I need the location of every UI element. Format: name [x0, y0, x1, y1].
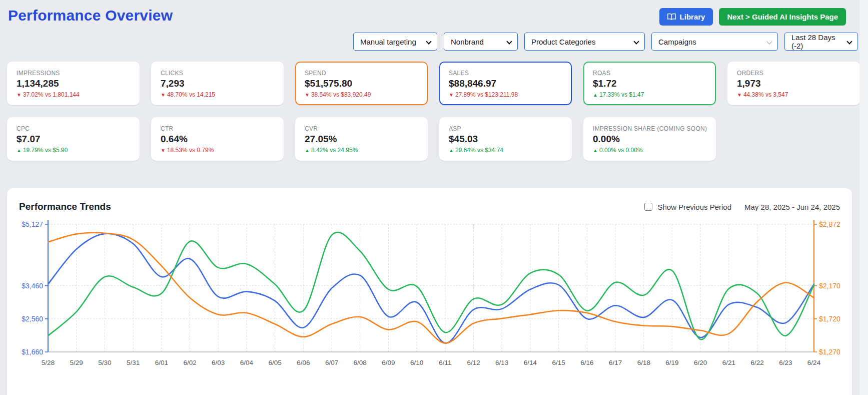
kpi-change-text: 17.33% vs $1.47	[599, 91, 644, 98]
filter-select-last-28-days-2-[interactable]: Last 28 Days (-2)	[784, 33, 858, 51]
show-previous-period-checkbox[interactable]	[644, 203, 652, 211]
library-button[interactable]: Library	[659, 8, 713, 26]
orange-series-line	[48, 233, 814, 343]
kpi-value: 1,973	[737, 78, 850, 89]
filter-bar: Manual targetingNonbrandProduct Categori…	[0, 33, 868, 51]
kpi-label: CVR	[305, 125, 418, 132]
filter-selected-value: Manual targeting	[360, 38, 416, 46]
filter-select-campaigns[interactable]: Campaigns	[651, 33, 778, 51]
x-axis-label: 6/08	[354, 359, 367, 366]
kpi-change-up: ▲0.00% vs 0.00%	[593, 147, 706, 154]
filter-select-nonbrand[interactable]: Nonbrand	[444, 33, 518, 51]
triangle-down-icon: ▼	[161, 148, 166, 153]
right-axis-tick-label: $1,270	[819, 348, 840, 356]
chevron-down-icon	[633, 39, 639, 44]
chevron-down-icon	[846, 39, 852, 44]
filter-selected-value: Nonbrand	[451, 38, 484, 46]
page-title: Performance Overview	[8, 7, 173, 24]
x-axis-label: 6/17	[609, 359, 622, 366]
blue-series-line	[48, 234, 814, 343]
triangle-down-icon: ▼	[17, 92, 22, 98]
kpi-value: 0.00%	[593, 134, 706, 145]
performance-trends-card: Performance Trends Show Previous Period …	[7, 188, 852, 395]
x-axis-label: 6/18	[637, 359, 650, 366]
x-axis-label: 6/11	[439, 359, 451, 366]
kpi-row-2: CPC$7.07▲19.79% vs $5.90CTR0.64%▼18.53% …	[0, 117, 868, 161]
kpi-value: 1,134,285	[17, 78, 130, 89]
x-axis-label: 5/28	[42, 359, 55, 366]
kpi-value: $45.03	[449, 134, 562, 145]
kpi-value: $88,846.97	[449, 78, 562, 89]
kpi-row-1: IMPRESSIONS1,134,285▼37.02% vs 1,801,144…	[0, 62, 868, 105]
kpi-change-text: 29.64% vs $34.74	[455, 147, 503, 154]
show-previous-period-label: Show Previous Period	[657, 203, 731, 211]
kpi-value: 27.05%	[305, 134, 418, 145]
kpi-value: 7,293	[161, 78, 274, 89]
kpi-card-cpc[interactable]: CPC$7.07▲19.79% vs $5.90	[7, 117, 140, 161]
kpi-card-roas[interactable]: ROAS$1.72▲17.33% vs $1.47	[583, 62, 716, 105]
x-axis-label: 5/31	[127, 359, 140, 366]
x-axis-label: 6/05	[268, 359, 281, 366]
left-axis-tick-label: $3,460	[22, 282, 43, 290]
kpi-label: ROAS	[593, 70, 706, 77]
kpi-change-down: ▼48.70% vs 14,215	[161, 91, 274, 98]
kpi-change-text: 27.89% vs $123,211.98	[455, 91, 518, 98]
x-axis-label: 6/21	[722, 359, 735, 366]
left-axis-tick-label: $5,127	[22, 220, 43, 228]
kpi-card-orders[interactable]: ORDERS1,973▼44.38% vs 3,547	[727, 62, 860, 105]
kpi-card-spend[interactable]: SPEND$51,575.80▼38.54% vs $83,920.49	[295, 62, 428, 105]
kpi-change-text: 38.54% vs $83,920.49	[311, 91, 371, 98]
x-axis-label: 6/15	[552, 359, 565, 366]
kpi-label: IMPRESSIONS	[17, 70, 130, 77]
kpi-value: $1.72	[593, 78, 706, 89]
kpi-card-clicks[interactable]: CLICKS7,293▼48.70% vs 14,215	[151, 62, 284, 105]
next-guided-ai-insights-button[interactable]: Next > Guided AI Insights Page	[719, 8, 846, 26]
triangle-down-icon: ▼	[449, 92, 454, 98]
kpi-card-asp[interactable]: ASP$45.03▲29.64% vs $34.74	[439, 117, 572, 161]
kpi-label: SALES	[449, 70, 562, 77]
x-axis-label: 6/01	[155, 359, 168, 366]
kpi-label: ORDERS	[737, 70, 850, 77]
vertical-scrollbar[interactable]	[859, 0, 868, 395]
triangle-up-icon: ▲	[305, 148, 310, 153]
book-icon	[667, 13, 676, 21]
kpi-change-up: ▲17.33% vs $1.47	[593, 91, 706, 98]
chevron-down-icon	[506, 39, 512, 44]
library-button-label: Library	[680, 13, 705, 21]
kpi-card-sales[interactable]: SALES$88,846.97▼27.89% vs $123,211.98	[439, 62, 572, 105]
filter-selected-value: Last 28 Days (-2)	[791, 33, 842, 50]
kpi-change-text: 18.53% vs 0.79%	[167, 147, 214, 154]
left-axis-tick-label: $1,660	[22, 348, 43, 356]
kpi-change-text: 37.02% vs 1,801,144	[23, 91, 80, 98]
left-axis-tick-label: $2,560	[22, 315, 43, 323]
kpi-card-ctr[interactable]: CTR0.64%▼18.53% vs 0.79%	[151, 117, 284, 161]
x-axis-label: 6/03	[212, 359, 225, 366]
x-axis-label: 6/23	[779, 359, 792, 366]
triangle-down-icon: ▼	[161, 92, 166, 98]
date-range-label: May 28, 2025 - Jun 24, 2025	[744, 203, 840, 211]
plot-area[interactable]: $5,127$3,460$2,560$1,660$2,872$2,170$1,7…	[19, 214, 840, 375]
x-axis-label: 6/12	[467, 359, 480, 366]
filter-select-product-categories[interactable]: Product Categories	[524, 33, 645, 51]
x-axis-label: 5/29	[70, 359, 83, 366]
kpi-change-up: ▲29.64% vs $34.74	[449, 147, 562, 154]
x-axis-label: 6/16	[580, 359, 593, 366]
kpi-card-impressions[interactable]: IMPRESSIONS1,134,285▼37.02% vs 1,801,144	[7, 62, 140, 105]
x-axis-label: 6/19	[665, 359, 678, 366]
kpi-change-down: ▼38.54% vs $83,920.49	[305, 91, 418, 98]
x-axis-label: 6/02	[183, 359, 196, 366]
x-axis-label: 6/06	[297, 359, 310, 366]
kpi-card-impression-share-coming-soon-[interactable]: IMPRESSION SHARE (COMING SOON)0.00%▲0.00…	[583, 117, 716, 161]
chevron-down-icon	[426, 39, 431, 44]
triangle-down-icon: ▼	[305, 92, 310, 98]
x-axis-label: 6/09	[382, 359, 395, 366]
kpi-value: 0.64%	[161, 134, 274, 145]
right-axis-tick-label: $1,720	[819, 315, 840, 323]
filter-selected-value: Product Categories	[531, 38, 595, 46]
kpi-card-cvr[interactable]: CVR27.05%▲8.42% vs 24.95%	[295, 117, 428, 161]
chart-title: Performance Trends	[19, 201, 111, 212]
filter-select-manual-targeting[interactable]: Manual targeting	[353, 33, 437, 51]
kpi-label: ASP	[449, 125, 562, 132]
kpi-change-up: ▲19.79% vs $5.90	[17, 147, 130, 154]
x-axis-label: 6/04	[240, 359, 254, 366]
